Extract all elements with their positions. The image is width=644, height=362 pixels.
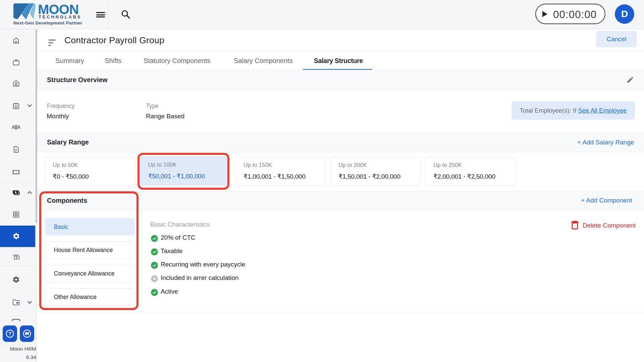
svg-text:?: ? (8, 331, 11, 336)
